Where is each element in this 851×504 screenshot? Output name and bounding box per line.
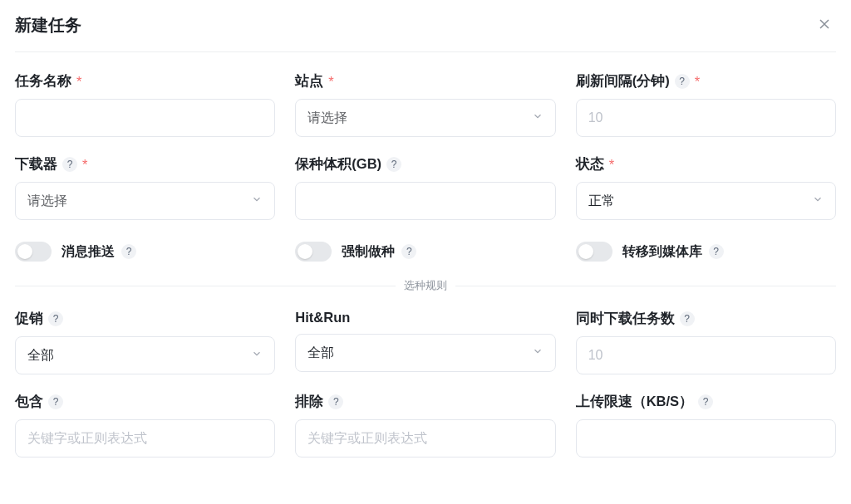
label-status: 状态 * (576, 155, 836, 174)
field-downloader: 下载器 ? * 请选择 (15, 155, 275, 220)
section-divider: 选种规则 (15, 278, 836, 293)
help-icon[interactable]: ? (121, 244, 136, 259)
field-concurrent-downloads: 同时下载任务数 ? (576, 310, 836, 374)
field-transfer-media: 转移到媒体库 ? (576, 238, 836, 262)
field-force-seed: 强制做种 ? (295, 238, 555, 262)
required-mark: * (328, 74, 333, 90)
select-promo[interactable]: 全部 (15, 336, 275, 374)
select-hitrun[interactable]: 全部 (295, 334, 555, 372)
required-mark: * (609, 157, 614, 173)
field-promo: 促销 ? 全部 (15, 310, 275, 374)
toggle-force-seed[interactable] (295, 242, 332, 262)
select-downloader[interactable]: 请选择 (15, 182, 275, 220)
field-include: 包含 ? (15, 393, 275, 458)
toggle-transfer-media[interactable] (576, 242, 612, 262)
chevron-down-icon (812, 193, 824, 208)
field-refresh-interval: 刷新间隔(分钟) ? * (576, 72, 836, 137)
field-task-name: 任务名称 * (15, 72, 275, 137)
label-refresh-interval: 刷新间隔(分钟) ? * (576, 72, 836, 91)
dialog-header: 新建任务 (15, 12, 836, 52)
field-site: 站点 * 请选择 (295, 72, 555, 137)
label-promo: 促销 ? (15, 310, 275, 328)
field-status: 状态 * 正常 (576, 155, 836, 220)
help-icon[interactable]: ? (386, 157, 401, 172)
label-msg-push: 消息推送 ? (61, 243, 136, 261)
help-icon[interactable]: ? (698, 394, 713, 409)
field-hitrun: Hit&Run 全部 (295, 310, 555, 374)
required-mark: * (695, 74, 700, 90)
select-status[interactable]: 正常 (576, 182, 836, 220)
chevron-down-icon (532, 345, 544, 360)
chevron-down-icon (532, 110, 544, 125)
label-exclude: 排除 ? (295, 393, 555, 411)
chevron-down-icon (251, 193, 263, 208)
help-icon[interactable]: ? (328, 394, 343, 409)
help-icon[interactable]: ? (48, 394, 63, 409)
label-task-name: 任务名称 * (15, 72, 275, 91)
form-grid: 任务名称 * 站点 * 请选择 刷新间隔(分钟) ? * (15, 72, 836, 458)
dialog-title: 新建任务 (15, 14, 81, 37)
input-refresh-interval[interactable] (576, 99, 836, 137)
help-icon[interactable]: ? (401, 244, 416, 259)
close-icon[interactable] (813, 12, 836, 38)
divider-label: 选种规则 (404, 278, 447, 293)
input-concurrent-downloads[interactable] (576, 336, 836, 374)
select-site[interactable]: 请选择 (295, 99, 555, 137)
help-icon[interactable]: ? (62, 157, 77, 172)
chevron-down-icon (251, 348, 263, 363)
input-upload-limit[interactable] (576, 419, 836, 458)
field-upload-limit: 上传限速（KB/S） ? (576, 393, 836, 458)
field-msg-push: 消息推送 ? (15, 238, 275, 262)
dialog-container: 新建任务 任务名称 * 站点 * 请选择 (0, 0, 851, 458)
field-seed-size: 保种体积(GB) ? (295, 155, 555, 220)
help-icon[interactable]: ? (48, 311, 63, 326)
label-upload-limit: 上传限速（KB/S） ? (576, 393, 836, 411)
label-seed-size: 保种体积(GB) ? (295, 155, 555, 174)
input-task-name[interactable] (15, 99, 275, 137)
label-downloader: 下载器 ? * (15, 155, 275, 174)
label-transfer-media: 转移到媒体库 ? (622, 243, 724, 261)
label-force-seed: 强制做种 ? (342, 243, 416, 261)
required-mark: * (82, 157, 87, 173)
input-exclude[interactable] (295, 419, 555, 458)
required-mark: * (76, 74, 81, 90)
help-icon[interactable]: ? (680, 311, 695, 326)
toggle-msg-push[interactable] (15, 242, 52, 262)
input-include[interactable] (15, 419, 275, 458)
input-seed-size[interactable] (295, 182, 555, 220)
label-concurrent-downloads: 同时下载任务数 ? (576, 310, 836, 328)
label-hitrun: Hit&Run (295, 310, 555, 325)
help-icon[interactable]: ? (709, 244, 724, 259)
field-exclude: 排除 ? (295, 393, 555, 458)
label-include: 包含 ? (15, 393, 275, 411)
label-site: 站点 * (295, 72, 555, 91)
help-icon[interactable]: ? (675, 74, 690, 89)
